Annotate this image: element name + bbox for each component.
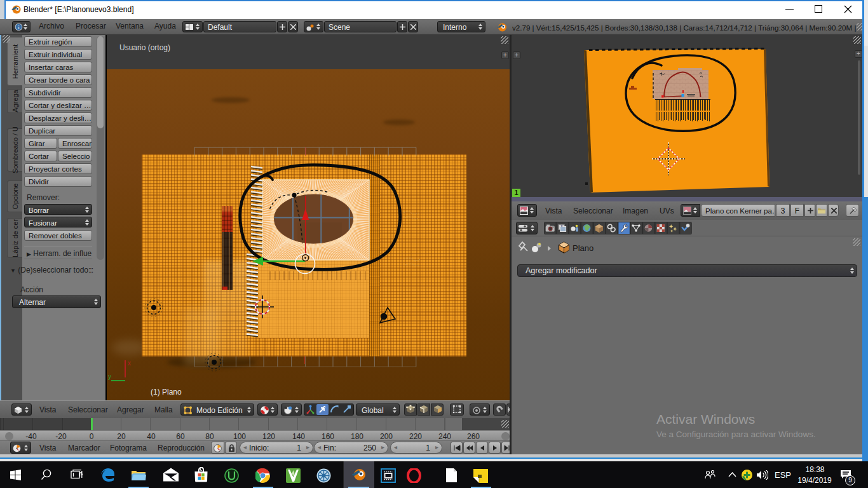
svg-text:x: x xyxy=(128,360,131,367)
svg-text:y: y xyxy=(108,373,111,380)
